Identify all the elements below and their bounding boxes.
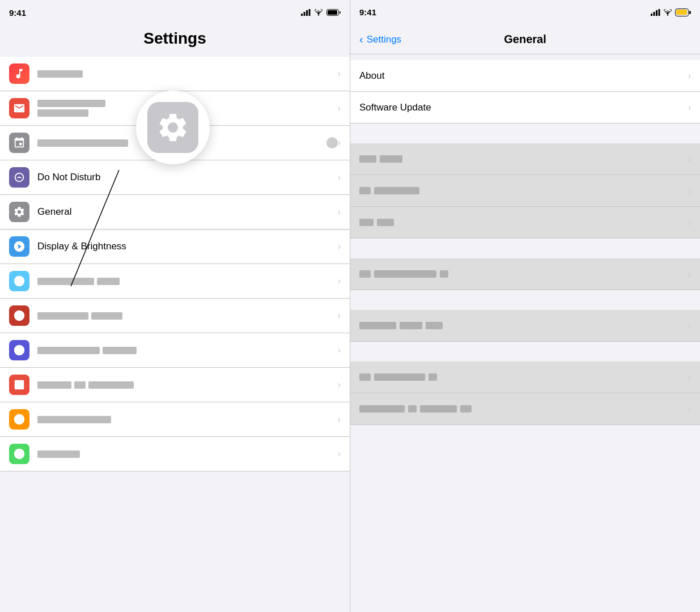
chevron-software: › — [688, 103, 691, 113]
signal-icon — [301, 9, 311, 16]
chevron-about: › — [688, 71, 691, 81]
status-icons-right — [301, 9, 341, 16]
blur-block-r4c — [440, 270, 448, 278]
blur-block-r7c — [420, 405, 457, 413]
right-status-icons — [651, 8, 691, 16]
blur-block-r7d — [460, 405, 472, 413]
section-divider-2 — [350, 239, 700, 258]
chevron-r4: › — [688, 269, 691, 279]
gear-icon — [156, 110, 190, 144]
blur-block-r5b — [400, 322, 422, 329]
chevron-icon: › — [338, 311, 341, 321]
blur-block-r7b — [408, 405, 417, 413]
blur-r2 — [359, 187, 419, 194]
blur-r6 — [359, 373, 437, 381]
svg-rect-2 — [306, 10, 308, 16]
general-label: General — [37, 206, 338, 218]
svg-rect-0 — [301, 14, 303, 16]
wifi-icon — [314, 9, 323, 16]
right-status-left: 9:41 — [359, 7, 376, 18]
right-item-r6[interactable]: › — [350, 362, 700, 393]
right-item-r7[interactable]: › — [350, 393, 700, 425]
right-item-r1[interactable]: › — [350, 143, 700, 175]
chevron-r2: › — [688, 186, 691, 196]
list-item-music[interactable]: › — [0, 57, 350, 91]
battery-icon — [326, 9, 341, 16]
chevron-icon: › — [338, 69, 341, 79]
list-item-do-not-disturb[interactable]: Do Not Disturb › — [0, 160, 350, 195]
blur-block-r3a — [359, 219, 374, 226]
right-item-software-update[interactable]: Software Update › — [350, 92, 700, 124]
chevron-icon: › — [338, 241, 341, 252]
list-item-general[interactable]: General › — [0, 195, 350, 230]
chevron-r3: › — [688, 218, 691, 228]
chevron-r5: › — [688, 321, 691, 331]
general-icon — [9, 202, 29, 222]
right-status-bar: 9:41 — [350, 0, 700, 25]
blur-r4 — [359, 270, 448, 278]
section-divider-4 — [350, 342, 700, 362]
right-settings-list: About › Software Update › › › — [350, 54, 700, 612]
item8-icon — [9, 305, 29, 326]
svg-rect-6 — [328, 10, 337, 15]
chevron-icon: › — [338, 207, 341, 217]
svg-rect-7 — [15, 380, 24, 390]
right-nav-title: General — [504, 33, 546, 46]
display-icon — [9, 236, 29, 257]
list-item-12[interactable]: › — [0, 437, 350, 471]
chevron-icon: › — [338, 414, 341, 424]
blur-block-r4b — [374, 270, 436, 278]
svg-rect-11 — [656, 10, 657, 16]
list-item-display[interactable]: Display & Brightness › — [0, 230, 350, 264]
chevron-r6: › — [688, 372, 691, 382]
music-icon — [9, 63, 29, 84]
chevron-icon: › — [338, 103, 341, 113]
back-label: Settings — [367, 34, 401, 45]
right-nav-bar: ‹ Settings General — [350, 25, 700, 54]
back-button[interactable]: ‹ Settings — [359, 33, 401, 46]
list-item-7[interactable]: › — [0, 264, 350, 299]
right-item-r2[interactable]: › — [350, 175, 700, 207]
blur-block-r2a — [359, 187, 371, 194]
svg-rect-12 — [659, 9, 660, 16]
blurred-text-2b — [37, 109, 88, 117]
blur-block-r6a — [359, 373, 371, 381]
status-time-left: 9:41 — [9, 8, 26, 18]
item12-icon — [9, 444, 29, 464]
svg-point-13 — [667, 14, 668, 15]
blurred-12a — [37, 450, 80, 458]
right-item-r4[interactable]: › — [350, 258, 700, 290]
chevron-icon: › — [338, 276, 341, 286]
blur-r1 — [359, 155, 402, 163]
back-chevron-icon: ‹ — [359, 33, 363, 46]
right-battery-icon — [675, 8, 691, 16]
left-panel: 9:41 Settings › — [0, 0, 350, 612]
list-item-8[interactable]: › — [0, 299, 350, 333]
blur-block-r5c — [426, 322, 443, 329]
blurred-text — [37, 70, 83, 78]
list-item-11[interactable]: › — [0, 402, 350, 437]
blur-block-r5a — [359, 322, 396, 329]
blurred-text-3 — [37, 139, 128, 147]
right-item-r3[interactable]: › — [350, 207, 700, 239]
about-label: About — [359, 70, 688, 82]
blurred-10c — [88, 381, 134, 389]
blurred-8a — [37, 312, 88, 320]
list-item-10[interactable]: › — [0, 368, 350, 402]
blur-block-r1a — [359, 155, 376, 163]
blur-block-r3b — [377, 219, 394, 226]
item10-icon — [9, 375, 29, 395]
right-item-r5[interactable]: › — [350, 310, 700, 342]
time-display: 9:41 — [9, 8, 26, 18]
svg-rect-10 — [654, 12, 655, 16]
svg-point-4 — [318, 14, 319, 15]
section-divider-3 — [350, 290, 700, 310]
item2-icon — [9, 98, 29, 118]
chevron-icon: › — [338, 449, 341, 459]
svg-rect-3 — [309, 9, 311, 16]
blurred-8b — [91, 312, 122, 320]
item11-icon — [9, 409, 29, 430]
item9-icon — [9, 340, 29, 360]
list-item-9[interactable]: › — [0, 333, 350, 368]
right-item-about[interactable]: About › — [350, 60, 700, 92]
